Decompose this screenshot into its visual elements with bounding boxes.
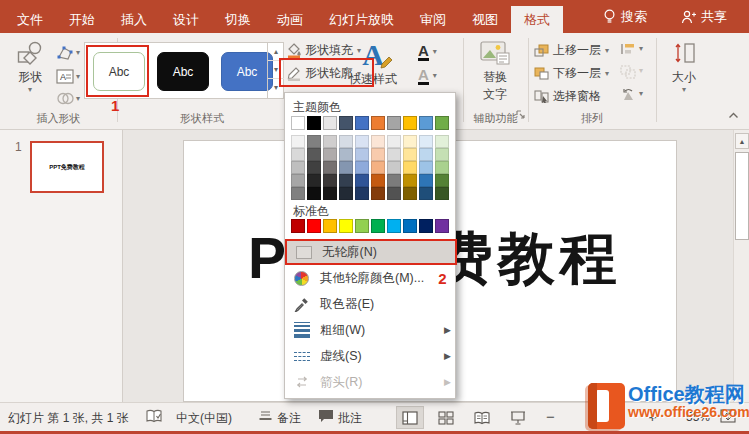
slide-thumbnail[interactable]: PPT免费教程 — [30, 141, 104, 193]
theme-color-swatch[interactable] — [419, 116, 433, 130]
theme-variant-swatch[interactable] — [339, 148, 353, 161]
theme-color-swatch[interactable] — [339, 116, 353, 130]
align-button[interactable] — [620, 42, 636, 56]
edit-shape-button[interactable]: ▾ — [56, 45, 80, 61]
menu-item-line-weight[interactable]: 粗细(W)▶ — [285, 317, 457, 343]
theme-variant-swatch[interactable] — [419, 148, 433, 161]
theme-color-swatch[interactable] — [291, 116, 305, 130]
theme-variant-swatch[interactable] — [323, 135, 337, 148]
ribbon-tab-animations[interactable]: 动画 — [264, 6, 316, 33]
chevron-down-icon[interactable]: ▾ — [639, 90, 643, 98]
theme-variant-swatch[interactable] — [403, 187, 417, 200]
theme-variant-swatch[interactable] — [435, 135, 449, 148]
theme-color-swatch[interactable] — [387, 116, 401, 130]
theme-variant-swatch[interactable] — [435, 161, 449, 174]
standard-color-swatch[interactable] — [355, 219, 369, 233]
send-backward-button[interactable]: 下移一层▾ — [534, 65, 609, 82]
theme-variant-swatch[interactable] — [387, 161, 401, 174]
spellcheck-icon[interactable] — [146, 409, 162, 424]
ribbon-tab-home[interactable]: 开始 — [56, 6, 108, 33]
text-fill-button[interactable]: A ▾ — [418, 43, 437, 61]
shape-style-preview-2[interactable]: Abc — [157, 52, 209, 91]
theme-variant-swatch[interactable] — [387, 135, 401, 148]
theme-color-swatch[interactable] — [435, 116, 449, 130]
theme-variant-swatch[interactable] — [403, 135, 417, 148]
ribbon-tab-format[interactable]: 格式 — [511, 6, 563, 33]
theme-variant-swatch[interactable] — [323, 148, 337, 161]
bring-forward-button[interactable]: 上移一层▾ — [534, 42, 609, 59]
theme-variant-swatch[interactable] — [291, 161, 305, 174]
standard-color-swatch[interactable] — [307, 219, 321, 233]
text-outline-button[interactable]: A ▾ — [418, 67, 437, 85]
theme-color-swatch[interactable] — [307, 116, 321, 130]
comments-icon[interactable] — [318, 409, 334, 423]
theme-color-swatch[interactable] — [355, 116, 369, 130]
theme-variant-swatch[interactable] — [307, 161, 321, 174]
slide-sorter-view-button[interactable] — [432, 406, 460, 429]
shapes-gallery-button[interactable]: 形状 ▾ — [8, 41, 52, 94]
theme-variant-swatch[interactable] — [355, 161, 369, 174]
language-indicator[interactable]: 中文(中国) — [176, 410, 232, 427]
theme-variant-swatch[interactable] — [371, 174, 385, 187]
theme-variant-swatch[interactable] — [307, 148, 321, 161]
theme-variant-swatch[interactable] — [371, 135, 385, 148]
ribbon-tab-file[interactable]: 文件 — [4, 6, 56, 33]
ribbon-tab-slideshow[interactable]: 幻灯片放映 — [316, 6, 407, 33]
size-button[interactable]: 大小 ▾ — [662, 41, 706, 94]
ribbon-tab-review[interactable]: 审阅 — [407, 6, 459, 33]
ribbon-tab-insert[interactable]: 插入 — [108, 6, 160, 33]
theme-variant-swatch[interactable] — [435, 148, 449, 161]
theme-variant-swatch[interactable] — [291, 174, 305, 187]
standard-color-swatch[interactable] — [387, 219, 401, 233]
theme-color-swatch[interactable] — [403, 116, 417, 130]
notes-icon[interactable] — [258, 409, 273, 424]
theme-variant-swatch[interactable] — [355, 135, 369, 148]
theme-variant-swatch[interactable] — [291, 148, 305, 161]
comments-toggle[interactable]: 批注 — [338, 410, 362, 427]
chevron-down-icon[interactable]: ▾ — [639, 45, 643, 53]
theme-variant-swatch[interactable] — [435, 187, 449, 200]
theme-variant-swatch[interactable] — [419, 161, 433, 174]
theme-color-swatch[interactable] — [323, 116, 337, 130]
standard-color-swatch[interactable] — [419, 219, 433, 233]
notes-toggle[interactable]: 备注 — [277, 410, 301, 427]
standard-color-swatch[interactable] — [435, 219, 449, 233]
vertical-scrollbar[interactable]: ▲ — [733, 130, 749, 402]
theme-variant-swatch[interactable] — [307, 174, 321, 187]
ribbon-tab-transitions[interactable]: 切换 — [212, 6, 264, 33]
dialog-launcher-icon[interactable] — [516, 110, 525, 119]
menu-item-line-arrows[interactable]: 箭头(R)▶ — [285, 369, 457, 395]
share-button[interactable]: 共享 — [681, 8, 727, 26]
standard-color-swatch[interactable] — [339, 219, 353, 233]
text-box-button[interactable]: A ▾ — [56, 69, 80, 84]
theme-variant-swatch[interactable] — [419, 174, 433, 187]
menu-item-no-outline[interactable]: 无轮廓(N) — [285, 239, 457, 265]
theme-variant-swatch[interactable] — [291, 187, 305, 200]
selection-pane-button[interactable]: 选择窗格 — [534, 88, 601, 105]
zoom-out-button[interactable]: − — [546, 408, 555, 425]
tell-me-search[interactable]: 搜索 — [603, 8, 647, 26]
theme-variant-swatch[interactable] — [435, 174, 449, 187]
theme-variant-swatch[interactable] — [403, 161, 417, 174]
slideshow-view-button[interactable] — [504, 406, 532, 429]
rotate-button[interactable] — [620, 88, 636, 102]
theme-variant-swatch[interactable] — [323, 174, 337, 187]
merge-shapes-button[interactable]: ▾ — [56, 91, 80, 106]
theme-variant-swatch[interactable] — [419, 187, 433, 200]
group-objects-button[interactable] — [620, 65, 636, 79]
standard-color-swatch[interactable] — [323, 219, 337, 233]
theme-color-swatch[interactable] — [371, 116, 385, 130]
theme-variant-swatch[interactable] — [355, 187, 369, 200]
theme-variant-swatch[interactable] — [355, 174, 369, 187]
scroll-up-arrow-icon[interactable]: ▲ — [735, 133, 749, 149]
theme-variant-swatch[interactable] — [339, 161, 353, 174]
alt-text-button[interactable]: 替换 文字 — [468, 41, 522, 103]
theme-variant-swatch[interactable] — [387, 148, 401, 161]
theme-variant-swatch[interactable] — [307, 135, 321, 148]
collapse-ribbon-icon[interactable] — [728, 111, 739, 119]
theme-variant-swatch[interactable] — [339, 174, 353, 187]
theme-variant-swatch[interactable] — [323, 161, 337, 174]
menu-item-more-outline-colors[interactable]: 其他轮廓颜色(M)...2 — [285, 265, 457, 291]
theme-variant-swatch[interactable] — [371, 187, 385, 200]
theme-variant-swatch[interactable] — [355, 148, 369, 161]
